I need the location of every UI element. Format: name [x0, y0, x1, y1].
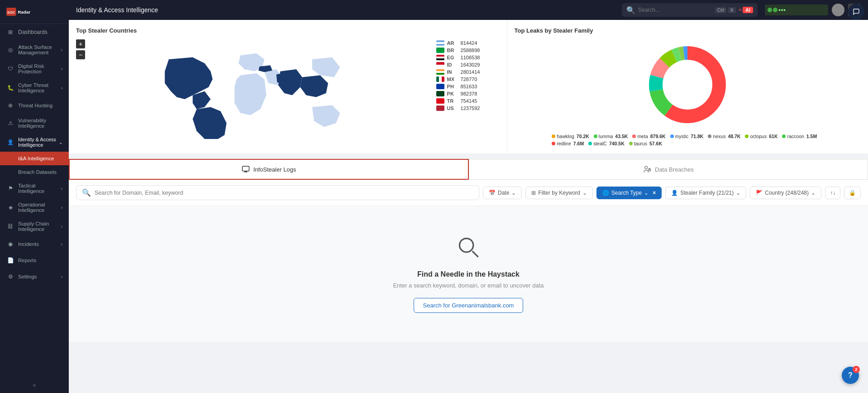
sort-icon: ↑↓ — [830, 190, 835, 196]
filter-bar: 🔍 📅 Date ⌄ ⊞ Filter by Keyword ⌄ 🌐 Searc… — [69, 180, 868, 206]
svg-rect-11 — [242, 166, 249, 171]
svg-text:Radar: Radar — [18, 10, 30, 15]
sidebar: SOC Radar ⊞ Dashboards ◎ Attack Surface … — [0, 0, 69, 393]
report-icon: 📄 — [6, 256, 14, 264]
sidebar-item-attack-surface[interactable]: ◎ Attack Surface Management › — [0, 40, 69, 59]
stealer-countries-title: Top Stealer Countries — [76, 27, 500, 34]
donut-chart — [642, 39, 733, 130]
flag-br — [436, 48, 444, 53]
lock-button[interactable]: 🔒 — [844, 187, 861, 199]
filter-keyword-button[interactable]: ⊞ Filter by Keyword ⌄ — [525, 187, 593, 199]
ops-icon: ◈ — [6, 203, 14, 211]
sidebar-collapse[interactable]: « — [0, 377, 69, 393]
sidebar-item-reports[interactable]: 📄 Reports — [0, 252, 69, 268]
collapse-icon[interactable]: « — [33, 381, 36, 388]
chat-icon — [853, 8, 860, 15]
flag-ph — [436, 84, 444, 89]
search-type-button[interactable]: 🌐 Search Type ⌄ × — [596, 187, 662, 199]
zoom-out-button[interactable]: − — [76, 50, 85, 59]
sort-button[interactable]: ↑↓ — [825, 187, 840, 199]
africa — [234, 73, 266, 115]
legend-hawklog: hawklog 70.2K — [552, 134, 589, 139]
country-row-us: US 1237592 — [436, 105, 500, 112]
svg-point-16 — [460, 238, 473, 252]
ai-badge[interactable]: AI — [743, 7, 753, 13]
tab-data-breaches[interactable]: Data Breaches — [469, 159, 868, 180]
charts-row: Top Stealer Countries + − — [69, 20, 868, 153]
topbar: Identity & Access Intelligence 🔍 Ctrl K … — [69, 0, 868, 20]
country-row-mx: MX 728770 — [436, 76, 500, 83]
flag-tr — [436, 98, 444, 104]
sidebar-item-incidents[interactable]: ◉ Incidents › — [0, 236, 69, 252]
stealer-countries-panel: Top Stealer Countries + − — [69, 20, 507, 153]
flag-pk — [436, 91, 444, 96]
sidebar-item-digital-risk[interactable]: 🛡 Digital Risk Protection › — [0, 59, 69, 78]
date-filter-button[interactable]: 📅 Date ⌄ — [483, 187, 522, 199]
legend-dot — [552, 134, 555, 138]
sidebar-item-vulnerability[interactable]: ⚠ Vulnerability Intelligence — [0, 114, 69, 133]
status-dot — [768, 8, 772, 12]
svg-line-17 — [472, 251, 478, 257]
chevron-right-icon: › — [61, 186, 62, 191]
legend-stealc: stealC 740.5K — [588, 141, 625, 146]
country-filter-button[interactable]: 🚩 Country (248/248) ⌄ — [750, 187, 821, 199]
legend-nexus: nexus 48.7K — [708, 134, 740, 139]
tab-infostealer-label: InfoStealer Logs — [253, 166, 296, 173]
calendar-icon: 📅 — [489, 190, 496, 196]
sidebar-item-operational[interactable]: ◈ Operational Intelligence › — [0, 198, 69, 217]
donut-center — [665, 62, 710, 107]
status-bar: ●●● — [765, 5, 828, 15]
help-bubble[interactable]: ? 2 — [842, 367, 859, 384]
status-dot — [773, 8, 777, 12]
sidebar-item-identity-access[interactable]: 👤 Identity & Access Intelligence ⌄ — [0, 133, 69, 152]
country-row-in: IN 2801414 — [436, 68, 500, 76]
legend-dot — [629, 142, 633, 145]
legend-dot — [552, 142, 555, 145]
gear-icon: ⚙ — [6, 273, 14, 281]
sidebar-item-threat-hunting[interactable]: ⊕ Threat Hunting — [0, 97, 69, 114]
search-filter-container[interactable]: 🔍 — [76, 185, 479, 200]
help-badge: 2 — [853, 366, 860, 373]
sidebar-item-cyber-threat[interactable]: 🐛 Cyber Threat Intelligence › — [0, 78, 69, 97]
chain-icon: ⛓ — [6, 222, 14, 230]
stealer-family-panel: Top Leaks by Stealer Family — [507, 20, 868, 153]
empty-subtitle: Enter a search keyword, domain, or email… — [393, 282, 544, 289]
sidebar-item-settings[interactable]: ⚙ Settings › — [0, 268, 69, 285]
map-area: + − — [76, 39, 429, 141]
zoom-in-button[interactable]: + — [76, 39, 85, 48]
tab-infostealer[interactable]: InfoStealer Logs — [69, 159, 469, 180]
east-asia — [312, 58, 340, 77]
person-filter-icon: 👤 — [671, 190, 678, 196]
search-input[interactable] — [638, 7, 715, 13]
svg-point-13 — [645, 166, 648, 169]
sidebar-item-dashboards[interactable]: ⊞ Dashboards — [0, 24, 69, 40]
legend-dot — [670, 134, 674, 138]
flag-mx — [436, 77, 444, 82]
global-search[interactable]: 🔍 Ctrl K + AI — [622, 3, 758, 17]
central-america — [193, 91, 211, 109]
flag-in — [436, 69, 444, 75]
chevron-down-icon: ⌄ — [644, 190, 649, 196]
world-map — [76, 39, 429, 139]
help-icon: ? — [848, 371, 853, 379]
logo-icon: SOC Radar — [6, 5, 47, 18]
chevron-down-icon: ⌄ — [59, 140, 62, 145]
flag-icon: ⚑ — [6, 184, 14, 192]
search-filter-input[interactable] — [95, 190, 473, 196]
sidebar-item-tactical[interactable]: ⚑ Tactical Intelligence › — [0, 179, 69, 198]
country-row-br: BR 2588898 — [436, 47, 500, 54]
sidebar-item-ia-intelligence[interactable]: I&A Intelligence — [0, 152, 69, 165]
person-icon: 👤 — [6, 138, 14, 146]
chevron-down-icon: ⌄ — [511, 190, 516, 196]
stealer-family-button[interactable]: 👤 Stealer Family (21/21) ⌄ — [665, 187, 746, 199]
sidebar-item-breach-datasets[interactable]: Breach Datasets — [0, 165, 69, 179]
chat-bubble[interactable] — [848, 4, 864, 20]
incident-icon: ◉ — [6, 240, 14, 248]
legend-meta: meta 879.6K — [632, 134, 665, 139]
legend-taurus: taurus 57.6K — [629, 141, 662, 146]
chevron-down-icon: ⌄ — [736, 190, 740, 196]
search-domain-button[interactable]: Search for Greenanimalsbank.com — [414, 298, 524, 313]
bug-icon: 🐛 — [6, 84, 14, 92]
close-search-type-button[interactable]: × — [653, 190, 656, 196]
sidebar-item-supply-chain[interactable]: ⛓ Supply Chain Intelligence › — [0, 217, 69, 236]
